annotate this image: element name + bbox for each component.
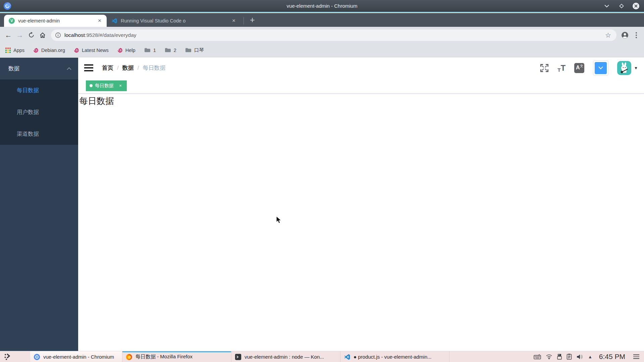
vue-admin-app: 数据 每日数据 用户数据 渠道数据 首页 / 数据 (0, 58, 644, 351)
debian-icon (33, 48, 39, 53)
small-t: T (557, 67, 560, 73)
bookmark-star-icon[interactable]: ☆ (604, 31, 612, 39)
tab-vscode-docs[interactable]: Running Visual Studio Code o × (107, 15, 241, 27)
minimize-button[interactable] (603, 2, 610, 10)
close-button[interactable] (633, 3, 639, 9)
bookmark-label: Apps (13, 48, 24, 53)
task-list: vue-element-admin - Chromium 每日数据 - Mozi… (30, 351, 449, 362)
forward-button[interactable]: → (14, 29, 25, 41)
tab-strip: V vue-element-admin × Running Visual Stu… (0, 13, 644, 27)
bookmark-latest-news[interactable]: Latest News (74, 48, 109, 53)
volume-icon[interactable] (577, 354, 583, 360)
fullscreen-icon[interactable] (540, 64, 549, 72)
sidebar-item-channel-data[interactable]: 渠道数据 (0, 123, 78, 145)
bookmark-folder-kouqin[interactable]: 口琴 (185, 47, 204, 53)
breadcrumb-home[interactable]: 首页 (102, 64, 113, 72)
site-info-icon[interactable] (55, 32, 61, 38)
bookmark-label: Help (125, 48, 136, 53)
profile-button[interactable] (619, 29, 631, 41)
breadcrumb-current: 每日数据 (143, 64, 165, 72)
url-host: localhost (64, 32, 85, 38)
maximize-button[interactable] (618, 2, 625, 10)
tab-close-icon[interactable]: × (230, 17, 237, 24)
theme-color-swatch (595, 62, 607, 74)
folder-icon (165, 48, 171, 53)
sidebar-item-label: 每日数据 (17, 87, 39, 94)
address-bar[interactable]: localhost:9528/#/data/everyday ☆ (51, 29, 616, 41)
browser-menu-icon[interactable] (631, 29, 642, 41)
breadcrumb-separator: / (117, 65, 119, 71)
usb-device-icon[interactable] (557, 354, 562, 360)
apps-grid-icon (5, 48, 11, 53)
bookmark-folder-2[interactable]: 2 (165, 48, 176, 53)
tab-separator (244, 17, 244, 24)
bookmark-folder-1[interactable]: 1 (144, 48, 156, 53)
sidebar-menu-label: 数据 (8, 65, 19, 72)
tab-title: Running Visual Studio Code o (121, 18, 230, 23)
task-title: ● product.js - vue-element-admin... (354, 354, 432, 360)
sidebar-item-everyday-data[interactable]: 每日数据 (0, 79, 78, 101)
breadcrumb-data[interactable]: 数据 (122, 64, 134, 72)
bookmark-label: 1 (153, 48, 156, 53)
bookmark-help[interactable]: Help (117, 48, 136, 53)
sidebar-item-label: 用户数据 (17, 109, 39, 116)
clock[interactable]: 6:45 PM (599, 353, 625, 361)
chevron-down-icon (598, 66, 603, 69)
task-title: vue-element-admin : node — Kon... (245, 354, 324, 360)
page-content: 每日数据 (78, 94, 644, 351)
keyboard-icon[interactable] (534, 354, 541, 359)
tags-view-bar: 每日数据 × (78, 78, 644, 94)
browser-toolbar: ← → localhost:9528/#/data/everyday ☆ (0, 27, 644, 43)
user-avatar-menu[interactable]: ▼ (617, 61, 638, 75)
chromium-icon (34, 354, 40, 360)
breadcrumb: 首页 / 数据 / 每日数据 (102, 64, 165, 72)
panel-launcher-icon[interactable] (0, 351, 15, 362)
tag-close-icon[interactable]: × (118, 83, 123, 88)
tab-vue-element-admin[interactable]: V vue-element-admin × (4, 15, 107, 27)
desktop-taskbar: vue-element-admin - Chromium 每日数据 - Mozi… (0, 351, 644, 362)
back-button[interactable]: ← (3, 29, 14, 41)
task-chromium[interactable]: vue-element-admin - Chromium (30, 351, 122, 362)
vscode-favicon-icon (111, 18, 117, 24)
debian-icon (74, 48, 79, 53)
sidebar-menu-data[interactable]: 数据 (0, 58, 78, 79)
app-navbar: 首页 / 数据 / 每日数据 TT A (78, 58, 644, 78)
home-button[interactable] (37, 29, 48, 41)
avatar (617, 61, 631, 75)
tray-expand-icon[interactable]: ▲ (588, 354, 592, 359)
tag-everyday-data[interactable]: 每日数据 × (86, 80, 127, 91)
task-firefox[interactable]: 每日数据 - Mozilla Firefox (122, 351, 231, 362)
bookmark-apps[interactable]: Apps (5, 48, 24, 53)
debian-icon (117, 48, 123, 53)
sidebar-submenu: 每日数据 用户数据 渠道数据 (0, 79, 78, 145)
task-title: vue-element-admin - Chromium (43, 354, 114, 360)
clipboard-icon[interactable] (567, 354, 572, 360)
task-konsole[interactable]: vue-element-admin : node — Kon... (231, 351, 340, 362)
wifi-icon[interactable] (546, 354, 552, 359)
sidebar-item-user-data[interactable]: 用户数据 (0, 101, 78, 123)
firefox-icon (126, 354, 132, 360)
sidebar: 数据 每日数据 用户数据 渠道数据 (0, 58, 78, 351)
vue-favicon-icon: V (9, 18, 15, 24)
url-text[interactable]: localhost:9528/#/data/everyday (64, 32, 604, 38)
language-switch-icon[interactable]: A 文 (574, 63, 584, 73)
new-tab-button[interactable]: + (247, 16, 258, 24)
bookmark-label: Latest News (82, 48, 109, 53)
url-path: :9528/#/data/everyday (85, 32, 136, 38)
tab-close-icon[interactable]: × (96, 17, 103, 24)
task-vscode[interactable]: ● product.js - vue-element-admin... (340, 351, 449, 362)
tag-active-dot (90, 84, 93, 87)
theme-dropdown[interactable] (593, 60, 608, 76)
reload-button[interactable] (25, 29, 37, 41)
main-panel: 首页 / 数据 / 每日数据 TT A (78, 58, 644, 351)
bookmark-debian[interactable]: Debian.org (33, 48, 65, 53)
window-title: vue-element-admin - Chromium (0, 3, 644, 9)
hamburger-icon[interactable] (78, 64, 99, 71)
big-t: T (560, 63, 566, 73)
folder-icon (144, 48, 151, 53)
system-tray: ▲ 6:45 PM (534, 353, 644, 361)
mouse-cursor (276, 216, 283, 224)
konsole-icon (235, 354, 241, 360)
text-size-icon[interactable]: TT (557, 63, 566, 73)
panel-menu-icon[interactable] (632, 353, 641, 360)
